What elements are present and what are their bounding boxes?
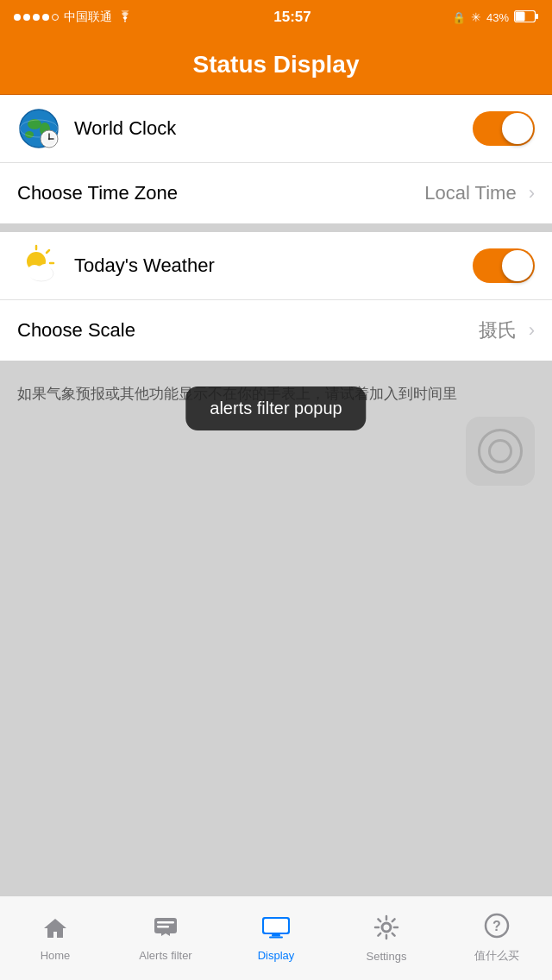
world-clock-label: World Clock: [74, 117, 473, 140]
gray-area: 如果气象预报或其他功能显示不在你的手表上，请试着加入到时间里 alerts fi…: [0, 369, 552, 740]
svg-point-30: [382, 923, 391, 932]
bluetooth-icon: ✳: [471, 10, 481, 24]
world-clock-toggle-knob: [502, 113, 533, 144]
camera-inner: [488, 439, 512, 463]
tab-home-label: Home: [41, 949, 71, 962]
scale-chevron: ›: [529, 319, 535, 342]
signal-dot-4: [42, 14, 49, 21]
svg-line-16: [47, 250, 49, 253]
header: Status Display: [0, 35, 552, 95]
settings-icon: [373, 914, 399, 946]
signal-dots: [14, 14, 59, 21]
camera-circle: [478, 429, 523, 474]
weather-toggle[interactable]: [473, 248, 535, 283]
status-bar-right: 🔒 ✳ 43%: [452, 10, 538, 25]
scale-row[interactable]: Choose Scale 摄氏 ›: [0, 300, 552, 361]
time-zone-row[interactable]: Choose Time Zone Local Time ›: [0, 163, 552, 223]
svg-point-21: [29, 268, 50, 280]
svg-rect-23: [157, 921, 174, 924]
alerts-filter-icon: [153, 915, 179, 945]
carrier-label: 中国联通: [64, 9, 112, 25]
tab-settings-label: Settings: [367, 950, 407, 963]
wifi-icon: [117, 10, 133, 25]
world-clock-icon: [17, 107, 60, 150]
weather-row: Today's Weather: [0, 232, 552, 300]
section-weather: Today's Weather Choose Scale 摄氏 ›: [0, 232, 552, 361]
svg-point-13: [48, 138, 50, 140]
display-icon: [261, 915, 291, 945]
scale-label: Choose Scale: [17, 319, 479, 342]
camera-placeholder: [466, 417, 535, 486]
tab-home[interactable]: Home: [0, 915, 110, 962]
battery-percent: 43%: [486, 11, 509, 24]
signal-dot-5: [52, 14, 59, 21]
svg-rect-28: [272, 934, 280, 937]
svg-rect-27: [264, 919, 288, 933]
section-world-clock: World Clock Choose Time Zone Local Time …: [0, 95, 552, 223]
time-zone-label: Choose Time Zone: [17, 182, 424, 204]
svg-marker-25: [161, 933, 170, 936]
signal-dot-1: [14, 14, 21, 21]
page-title: Status Display: [193, 51, 360, 79]
tab-settings[interactable]: Settings: [331, 914, 442, 963]
lock-icon: 🔒: [452, 11, 466, 24]
weather-label: Today's Weather: [74, 254, 473, 277]
tab-display-label: Display: [258, 949, 295, 962]
time-zone-chevron: ›: [529, 182, 535, 204]
tab-help-label: 值什么买: [474, 948, 519, 964]
weather-icon: [17, 244, 60, 287]
scale-value: 摄氏: [479, 317, 517, 343]
svg-rect-29: [269, 936, 283, 938]
battery-icon: [514, 10, 538, 25]
time-zone-value: Local Time: [424, 182, 516, 204]
signal-dot-3: [33, 14, 40, 21]
world-clock-row: World Clock: [0, 95, 552, 163]
help-icon: ?: [484, 913, 510, 945]
status-bar-left: 中国联通: [14, 9, 133, 25]
svg-rect-1: [536, 14, 538, 19]
signal-dot-2: [23, 14, 30, 21]
status-bar: 中国联通 15:57 🔒 ✳ 43%: [0, 0, 552, 35]
tooltip-text: alerts filter popup: [210, 399, 342, 418]
svg-rect-24: [157, 926, 169, 928]
tab-bar: Home Alerts filter Display: [0, 895, 552, 980]
svg-rect-2: [515, 11, 524, 21]
alerts-filter-popup: alerts filter popup: [185, 386, 366, 430]
world-clock-toggle[interactable]: [473, 111, 535, 146]
tab-help[interactable]: ? 值什么买: [442, 913, 552, 964]
tab-alerts-filter[interactable]: Alerts filter: [110, 915, 221, 962]
tab-display[interactable]: Display: [221, 915, 331, 962]
tab-alerts-label: Alerts filter: [139, 949, 191, 962]
status-time: 15:57: [273, 9, 310, 26]
weather-toggle-knob: [502, 250, 533, 281]
home-icon: [42, 915, 68, 945]
svg-text:?: ?: [492, 919, 501, 933]
